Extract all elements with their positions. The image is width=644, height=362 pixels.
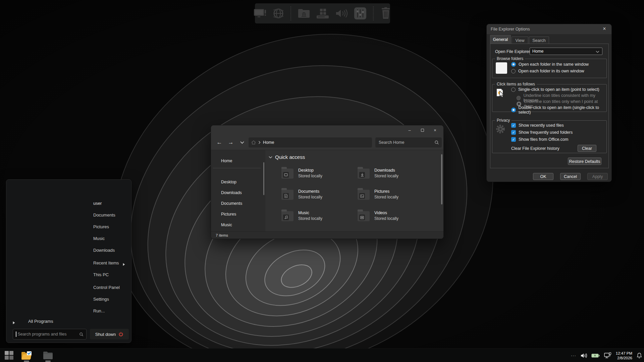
tab-view[interactable]: View (512, 37, 528, 44)
windows-drive-icon[interactable] (315, 7, 330, 19)
speaker-waves-icon[interactable] (335, 8, 349, 19)
network-icon[interactable] (604, 352, 611, 359)
address-bar[interactable]: Home (249, 137, 372, 147)
sidebar-item-documents[interactable]: Documents (217, 199, 257, 207)
cancel-button[interactable]: Cancel (560, 173, 581, 180)
tile-desktop[interactable]: Desktop Stored locally (281, 168, 359, 181)
trash-icon[interactable] (380, 7, 392, 20)
radio-icon (511, 87, 516, 92)
documents-folder-icon (281, 190, 293, 200)
radio-double-click[interactable]: Double-click to open an item (single-cli… (511, 105, 606, 115)
clear-history-label: Clear File Explorer history (511, 146, 559, 151)
close-icon[interactable]: × (599, 24, 609, 34)
folder-options-taskbar-icon[interactable] (21, 351, 32, 360)
sidebar-item-downloads[interactable]: Downloads (217, 189, 257, 197)
breadcrumb[interactable]: Home (263, 140, 274, 145)
start-item-settings[interactable]: Settings (93, 296, 109, 303)
radio-same-window[interactable]: Open each folder in the same window (511, 62, 589, 67)
content-scrollbar[interactable] (441, 154, 442, 204)
checkbox-checked-icon: ✓ (511, 130, 516, 135)
tile-documents[interactable]: Documents Stored locally (281, 189, 359, 202)
forward-button[interactable]: → (226, 137, 236, 147)
status-bar: 7 items (211, 231, 443, 239)
search-icon (79, 332, 84, 337)
volume-icon[interactable] (581, 353, 587, 358)
start-item-documents[interactable]: Documents (93, 212, 115, 219)
chevron-down-icon (596, 51, 599, 53)
file-explorer-window: – × ← → Home Home Desktop Downloads Docu… (211, 125, 444, 239)
checkbox-recent-files[interactable]: ✓ Show recently used files (511, 123, 564, 128)
checkbox-office-files[interactable]: ✓ Show files from Office.com (511, 137, 568, 142)
widget-bar-separator (373, 6, 374, 20)
sidebar-scrollbar[interactable] (263, 162, 264, 195)
radio-selected-icon (511, 62, 516, 67)
explorer-toolbar: ← → Home (211, 135, 443, 150)
minimize-button[interactable]: – (403, 126, 416, 134)
browse-folders-group: Browse folders Open each folder in the s… (492, 59, 607, 78)
battery-charging-icon[interactable] (591, 353, 600, 358)
start-item-user[interactable]: user (93, 200, 102, 207)
tile-pictures[interactable]: Pictures Stored locally (358, 189, 435, 202)
tile-downloads[interactable]: Downloads Stored locally (358, 168, 435, 181)
bank-folder-icon[interactable] (297, 7, 311, 19)
dialog-title: File Explorer Options (491, 27, 530, 32)
tray-clock[interactable]: 12:47 PM 2/8/2026 (616, 351, 632, 360)
all-programs-arrow-icon (13, 320, 15, 326)
tray-time: 12:47 PM (616, 351, 632, 356)
start-item-recent-items[interactable]: Recent Items (93, 260, 119, 266)
tile-videos[interactable]: Videos Stored locally (358, 210, 435, 224)
globe-icon[interactable] (272, 7, 284, 19)
maximize-button[interactable] (416, 126, 429, 134)
radio-own-window[interactable]: Open each folder in its own window (511, 69, 584, 73)
breadcrumb-chevron-icon (258, 141, 261, 144)
sidebar-item-desktop[interactable]: Desktop (217, 178, 257, 186)
tab-general[interactable]: General (490, 35, 511, 44)
apply-button[interactable]: Apply (587, 173, 608, 180)
history-chevron-button[interactable] (237, 137, 247, 147)
explorer-titlebar[interactable]: – × (211, 125, 443, 135)
tab-search[interactable]: Search (529, 37, 549, 44)
pictures-folder-icon (358, 190, 370, 200)
tray-overflow-icon[interactable]: ··· (571, 353, 576, 358)
desktop-widget-bar (255, 3, 390, 23)
power-icon (118, 332, 123, 337)
quick-access-header[interactable]: Quick access (269, 154, 305, 160)
back-button[interactable]: ← (214, 137, 224, 147)
active-app-indicator (45, 361, 51, 362)
close-button[interactable]: × (429, 126, 441, 134)
start-search-input[interactable]: Search programs and files (13, 329, 87, 340)
shutdown-button[interactable]: Shut down (90, 329, 129, 340)
start-item-run[interactable]: Run... (93, 308, 105, 314)
file-explorer-taskbar-icon[interactable] (43, 351, 53, 360)
search-input[interactable] (375, 137, 442, 147)
desktop-folder-icon (281, 169, 293, 179)
start-item-music[interactable]: Music (93, 235, 105, 242)
explorer-content: Quick access Desktop Stored locally Down… (265, 150, 443, 231)
ok-button[interactable]: OK (533, 173, 553, 180)
checkbox-frequent-folders[interactable]: ✓ Show frequently used folders (511, 130, 573, 135)
all-programs-item[interactable]: All Programs (28, 319, 53, 324)
radio-single-click[interactable]: Single-click to open an item (point to s… (511, 87, 599, 92)
sidebar-item-home[interactable]: Home (217, 157, 257, 165)
mouse-cursor (499, 91, 504, 98)
notifications-bell-icon[interactable] (637, 353, 642, 359)
start-item-control-panel[interactable]: Control Panel (93, 284, 120, 291)
open-to-dropdown[interactable]: Home (530, 48, 602, 55)
tile-music[interactable]: Music Stored locally (281, 210, 359, 224)
start-item-pictures[interactable]: Pictures (93, 224, 109, 230)
mixer-icon[interactable] (354, 7, 367, 20)
start-item-this-pc[interactable]: This PC (93, 272, 109, 278)
sidebar-item-pictures[interactable]: Pictures (217, 210, 257, 218)
start-button[interactable] (5, 351, 13, 360)
dialog-titlebar[interactable]: File Explorer Options (487, 24, 611, 34)
radio-selected-icon (511, 108, 516, 112)
file-explorer-options-dialog: File Explorer Options × General View Sea… (486, 24, 612, 182)
music-folder-icon (281, 211, 293, 221)
display-alert-icon[interactable] (254, 8, 268, 19)
taskbar: ··· 12:47 PM 2/8/2026 (0, 348, 644, 362)
clear-button[interactable]: Clear (578, 145, 596, 152)
click-items-group: Click items as follows Single-click to o… (492, 84, 607, 112)
restore-defaults-button[interactable]: Restore Defaults (568, 158, 601, 165)
sidebar-item-music[interactable]: Music (217, 221, 257, 229)
start-item-downloads[interactable]: Downloads (93, 247, 115, 254)
